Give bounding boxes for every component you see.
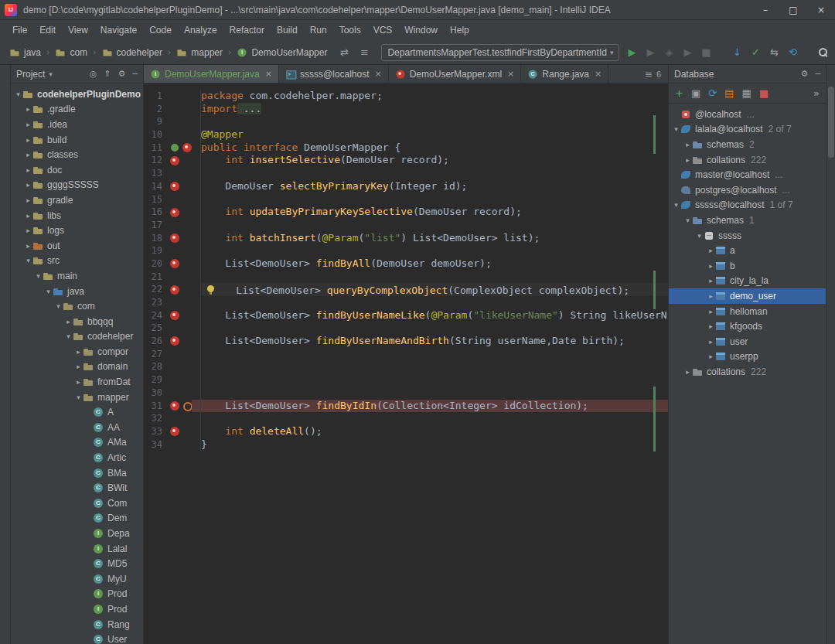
close-button[interactable]: × [807,0,835,19]
code-line-26[interactable]: 26 List<DemoUser> findByUserNameAndBirth… [144,335,668,348]
commit-button[interactable]: ✓ [746,44,765,61]
close-icon[interactable]: × [595,69,602,79]
coverage-button[interactable]: ◈ [659,44,678,61]
project-item-BMa[interactable]: BMa [11,465,143,481]
menu-refactor[interactable]: Refactor [223,22,271,38]
menu-navigate[interactable]: Navigate [94,22,143,38]
code-line-23[interactable]: 23 [144,296,668,309]
code-line-10[interactable]: 10@Mapper [144,128,668,141]
locate-file-icon[interactable]: ◎ [90,69,97,79]
code-line-24[interactable]: 24 List<DemoUser> findByUserNameLike(@Pa… [144,309,668,322]
mybatis-icon[interactable] [182,142,193,153]
mybatis-icon[interactable] [169,181,180,192]
menu-vcs[interactable]: VCS [367,22,399,38]
chevron-right-icon[interactable]: ▸ [707,277,715,285]
db-item-schemas[interactable]: ▾schemas1 [669,213,826,228]
project-item-build[interactable]: ▸build [11,132,143,148]
chevron-right-icon[interactable]: ▸ [707,247,715,254]
chevron-down-icon[interactable]: ▾ [44,288,53,295]
project-item-Depa[interactable]: Depa [11,526,143,541]
project-item-ggggSSSSS[interactable]: ▸ggggSSSSS [11,178,143,193]
chevron-right-icon[interactable]: ▸ [74,378,83,386]
breadcrumb-item-java[interactable]: java [8,46,43,59]
project-item-User[interactable]: User [11,632,143,644]
project-item-Prod[interactable]: Prod [11,601,143,617]
chevron-down-icon[interactable]: ▾ [34,272,43,280]
chevron-right-icon[interactable]: ▸ [74,363,83,370]
code-line-21[interactable]: 21 [144,271,668,284]
mybatis-icon[interactable] [169,400,180,411]
db-item-a[interactable]: ▸a [669,243,826,258]
chevron-right-icon[interactable]: ▸ [24,121,32,128]
mybatis-icon[interactable] [169,310,180,321]
chevron-right-icon[interactable]: ▸ [707,292,715,300]
code-line-2[interactable]: 2import ... [144,103,668,116]
minimize-button[interactable]: – [752,0,779,19]
settings-icon[interactable]: ⚙ [118,69,126,79]
close-icon[interactable]: × [265,69,272,79]
db-item-b[interactable]: ▸b [669,258,826,274]
diagram-icon[interactable]: ▦ [741,87,751,99]
stop-icon[interactable]: ■ [759,87,769,99]
db-item-demo_user[interactable]: ▸demo_user [669,288,826,304]
collapse-all-icon[interactable]: ⇑ [104,69,111,79]
console-run-icon[interactable]: ▤ [724,87,734,99]
menu-tools[interactable]: Tools [333,22,367,38]
project-item-Lalal[interactable]: Lalal [11,541,143,557]
code-line-17[interactable]: 17 [144,219,668,232]
code-line-16[interactable]: 16 int updateByPrimaryKeySelective(DemoU… [144,206,668,219]
project-item-out[interactable]: ▸out [11,238,143,254]
code-line-20[interactable]: 20 List<DemoUser> findByAll(DemoUser dem… [144,257,668,271]
project-item-java[interactable]: ▾java [11,284,143,299]
menu-code[interactable]: Code [143,22,178,38]
code-line-11[interactable]: 11public interface DemoUserMapper { [144,141,668,155]
toolwindow-button-database[interactable] [828,87,834,158]
chevron-right-icon[interactable]: ▸ [24,166,32,174]
db-item-master@localhost[interactable]: master@localhost... [669,167,826,182]
chevron-right-icon[interactable]: ▸ [64,318,73,325]
chevron-right-icon[interactable]: ▸ [24,212,32,220]
sync-icon[interactable]: ⟳ [708,87,717,99]
db-item-lalala@localhost[interactable]: ▾lalala@localhost2 of 7 [669,122,826,138]
mybatis-icon[interactable] [169,336,180,346]
code-line-14[interactable]: 14 DemoUser selectByPrimaryKey(Integer i… [144,180,668,193]
project-item-AMa[interactable]: AMa [11,435,143,451]
project-item-compor[interactable]: ▸compor [11,344,143,359]
project-item-codehelper[interactable]: ▾codehelper [11,329,143,345]
code-line-13[interactable]: 13 [144,167,668,180]
project-item-logs[interactable]: ▸logs [11,223,143,238]
stop-button[interactable]: ■ [697,44,715,61]
project-item-MyU[interactable]: MyU [11,571,143,587]
chevron-down-icon[interactable]: ▾ [24,257,32,264]
project-item-AA[interactable]: AA [11,420,143,435]
code-line-12[interactable]: 12 int insertSelective(DemoUser record); [144,154,668,167]
code-line-9[interactable]: 9 [144,115,668,128]
project-item-Artic[interactable]: Artic [11,450,143,465]
project-item-com[interactable]: ▾com [11,298,143,314]
chevron-down-icon[interactable]: ▾ [672,125,680,133]
chevron-right-icon[interactable]: ▸ [683,368,692,376]
more-icon[interactable]: » [813,87,820,99]
chevron-right-icon[interactable]: ▸ [24,151,32,158]
tab-Range.java[interactable]: Range.java× [521,65,608,83]
chevron-right-icon[interactable]: ▸ [683,156,692,164]
hide-panel-icon[interactable]: ─ [132,69,138,79]
profile-button[interactable]: ▶ [678,44,697,61]
related-symbol-icon[interactable]: ⇄ [335,44,353,61]
project-item-main[interactable]: ▾main [11,268,143,284]
breadcrumb-item-mapper[interactable]: mapper [175,46,224,59]
chevron-right-icon[interactable]: ▸ [683,141,692,148]
project-item-doc[interactable]: ▸doc [11,162,143,178]
db-item-collations[interactable]: ▸collations222 [669,364,826,380]
db-item-collations[interactable]: ▸collations222 [669,152,826,168]
project-item-Com[interactable]: Com [11,496,143,511]
chevron-down-icon[interactable]: ▾ [74,394,83,401]
db-item-@localhost[interactable]: @localhost... [669,107,826,122]
code-line-33[interactable]: 33 int deleteAll(); [144,425,668,438]
project-item-Prod[interactable]: Prod [11,587,143,602]
chevron-right-icon[interactable]: ▸ [707,262,715,270]
db-item-schemas[interactable]: ▸schemas2 [669,137,826,152]
chevron-down-icon[interactable]: ▾ [683,216,692,224]
mybatis-icon[interactable] [169,233,180,244]
chevron-down-icon[interactable]: ▾ [672,201,680,209]
